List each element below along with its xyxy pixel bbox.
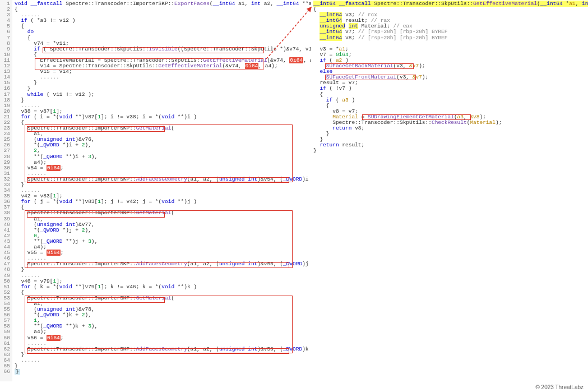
code-comparison-container: 1 2 3 4 5 6 7 8 9 10 11 12 13 14 15 16 1…	[0, 0, 588, 381]
left-code-body: void __fastcall Spectre::Transcoder::Imp…	[12, 0, 359, 381]
left-line-numbers: 1 2 3 4 5 6 7 8 9 10 11 12 13 14 15 16 1…	[0, 0, 12, 381]
footer-copyright: © 2023 ThreatLabz	[535, 384, 584, 390]
right-code-body: __int64 __fastcall Spectre::Transcoder::…	[311, 0, 588, 381]
left-code-panel: 1 2 3 4 5 6 7 8 9 10 11 12 13 14 15 16 1…	[0, 0, 311, 381]
right-code-panel: __int64 __fastcall Spectre::Transcoder::…	[311, 0, 588, 381]
